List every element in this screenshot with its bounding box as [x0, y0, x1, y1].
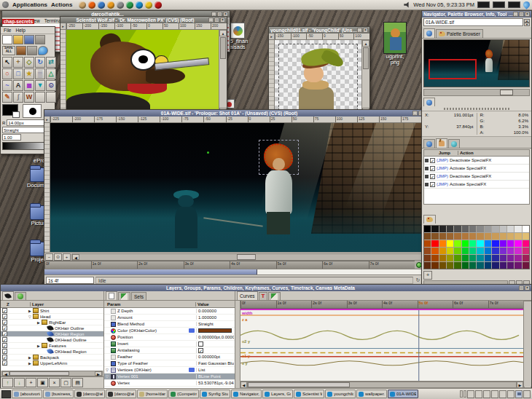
delete-layer-button[interactable]: × — [49, 378, 60, 387]
palette-color-cell[interactable] — [500, 240, 506, 247]
minimize-button[interactable]: _ — [357, 28, 362, 33]
curves-timebar[interactable]: 0f1s 0f2s 0f3s 0f4s 0f5s 0f6s 0f7s 0f — [240, 301, 523, 309]
palette-color-cell[interactable] — [462, 240, 469, 247]
palette-color-cell[interactable] — [439, 248, 446, 254]
expander-icon[interactable]: ▶ — [28, 309, 32, 313]
taskbar-window-button[interactable]: wallpaper.sif — [356, 390, 387, 398]
workspace-cell[interactable] — [475, 390, 482, 398]
palette-color-cell[interactable] — [431, 262, 438, 269]
setup-button[interactable] — [27, 46, 37, 55]
workspace-cell[interactable] — [523, 390, 531, 398]
palette-color-cell[interactable] — [492, 248, 498, 254]
palette-color-cell[interactable] — [454, 255, 461, 261]
layer-row[interactable]: ✓ OKHead Outline — [1, 337, 103, 343]
encapsulate-layer-button[interactable]: ▣ — [37, 378, 48, 387]
palette-browser-tab[interactable]: Palette Browser — [436, 29, 483, 38]
color-swatch[interactable] — [198, 328, 232, 333]
jump-link[interactable]: (JMP) — [437, 158, 448, 162]
palette-color-cell[interactable] — [469, 248, 476, 254]
palette-color-cell[interactable] — [447, 248, 453, 254]
palette-color-cell[interactable] — [485, 255, 491, 261]
palette-color-cell[interactable] — [485, 233, 491, 240]
palette-color-cell[interactable] — [424, 226, 431, 232]
palette-color-cell[interactable] — [500, 255, 506, 261]
layer-visibility-checkbox[interactable]: ✓ — [2, 314, 7, 319]
palette-color-cell[interactable] — [515, 240, 521, 247]
jump-link[interactable]: (JMP) — [437, 174, 448, 178]
param-row[interactable]: Z Depth 0.000000 — [104, 308, 235, 315]
close-button[interactable]: × — [525, 285, 530, 291]
keyframe-checkbox[interactable]: ✓ — [430, 166, 435, 171]
maximize-button[interactable]: □ — [519, 285, 524, 291]
layer-visibility-checkbox[interactable]: ✓ — [2, 355, 7, 360]
palette-color-cell[interactable] — [523, 226, 529, 232]
ruler-corner-button[interactable]: ▸ — [60, 23, 66, 29]
minimize-button[interactable]: _ — [513, 12, 518, 17]
taskbar-window-button[interactable]: Synfig Studio — [200, 390, 230, 398]
navigator-view-rectangle[interactable] — [429, 59, 477, 79]
palette-color-cell[interactable] — [523, 240, 529, 247]
layer-visibility-checkbox[interactable]: ✓ — [2, 325, 7, 331]
raise-layer-button[interactable]: ↑ — [2, 378, 13, 387]
vertical-scrollbar[interactable]: ▲▼ — [219, 30, 227, 114]
palette-color-cell[interactable] — [447, 255, 453, 261]
tool-button[interactable]: ◇ — [24, 57, 34, 68]
palette-color-cell[interactable] — [454, 226, 461, 232]
param-row[interactable]: Color (OKHairColor) — [104, 328, 235, 334]
keyframe-checkbox[interactable]: ✓ — [430, 182, 435, 187]
current-time-field[interactable]: 1s 4f — [46, 277, 94, 284]
panel-applet[interactable] — [493, 1, 505, 8]
tool-button[interactable]: △ — [46, 68, 56, 79]
z-column-header[interactable]: Z — [1, 302, 30, 307]
workspace-cell[interactable] — [491, 390, 498, 398]
tool-button[interactable]: A — [13, 80, 23, 91]
close-button[interactable]: × — [220, 17, 225, 23]
expander-icon[interactable]: ▶ — [28, 361, 32, 366]
curves-graph[interactable]: width z a o2 y o1 y x y — [240, 309, 523, 381]
layer-row[interactable]: ✓ OKHair Region — [1, 331, 103, 337]
expander-icon[interactable]: ▽ — [28, 315, 32, 319]
workspace-cell[interactable] — [483, 390, 490, 398]
palette-color-cell[interactable] — [462, 262, 469, 269]
save-as-button[interactable] — [35, 35, 45, 44]
palette-color-cell[interactable] — [485, 240, 491, 247]
layer-row[interactable]: ✓ ▶ UpperLeftArm — [1, 360, 103, 366]
combo-stepper[interactable]: ▲▼ — [524, 19, 530, 26]
revert-button[interactable] — [16, 46, 26, 55]
palette-color-cell[interactable] — [477, 240, 483, 247]
tool-button[interactable] — [46, 92, 56, 103]
main-titlebar[interactable]: 01A-WIDE.sif - 'Prologue: Shot 01A' - (U… — [44, 110, 431, 116]
layer-visibility-checkbox[interactable]: ✓ — [2, 349, 7, 354]
keyframe-row[interactable]: ✓ (JMP) Activate SpecialFX — [424, 181, 529, 189]
keyframe-checkbox[interactable]: ✓ — [430, 158, 435, 163]
palette-color-cell[interactable] — [515, 262, 521, 269]
param-row[interactable]: Antialiasing — [104, 347, 235, 354]
layer-row[interactable]: ✓ ▶ RightEar — [1, 320, 103, 325]
tool-button[interactable]: + — [13, 57, 23, 68]
keyframe-checkbox[interactable]: ✓ — [430, 174, 435, 179]
curves-tab[interactable]: Curves — [237, 291, 258, 300]
brush-size-field[interactable]: 14.00px — [7, 119, 47, 126]
synfig-panel-icon[interactable] — [522, 0, 531, 9]
panel-grip[interactable] — [444, 108, 509, 110]
action-column-header[interactable]: Action — [458, 151, 529, 155]
launcher-icon[interactable] — [126, 1, 133, 9]
param-row[interactable]: Vertex 53.530781pt,-9.042888pt — [104, 380, 235, 387]
params-tab[interactable] — [106, 291, 117, 300]
launcher-icon[interactable] — [117, 1, 124, 9]
palette-color-cell[interactable] — [477, 248, 483, 254]
tool-button[interactable]: □ — [13, 68, 23, 79]
open-file-button[interactable] — [13, 35, 23, 44]
layer-visibility-checkbox[interactable]: ✓ — [2, 360, 7, 366]
add-color-button[interactable]: + — [423, 271, 432, 280]
palette-color-cell[interactable] — [424, 248, 431, 254]
tool-button[interactable]: ↻ — [35, 57, 45, 68]
layer-visibility-checkbox[interactable]: ✓ — [2, 320, 7, 325]
ruler-corner-button[interactable]: ▸ — [44, 116, 50, 122]
params-vscrollbar[interactable] — [523, 301, 531, 387]
keyframes-tab[interactable] — [436, 138, 447, 148]
layer-row[interactable]: ✓ OKHair Outline — [1, 325, 103, 331]
palette-color-cell[interactable] — [492, 262, 498, 269]
time-slider[interactable] — [44, 269, 431, 274]
palette-color-cell[interactable] — [500, 233, 506, 240]
